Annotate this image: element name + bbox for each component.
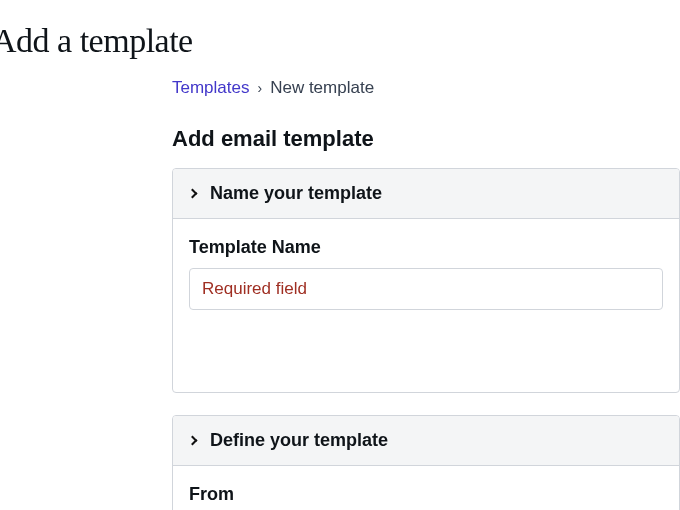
breadcrumb-link-templates[interactable]: Templates (172, 78, 249, 98)
page-title: Add a template (0, 22, 680, 60)
chevron-right-icon: › (257, 80, 262, 96)
card-header-label: Name your template (210, 183, 382, 204)
card-body: From (173, 466, 679, 505)
chevron-right-icon (188, 189, 198, 199)
card-define-template: Define your template From (172, 415, 680, 510)
card-header-label: Define your template (210, 430, 388, 451)
section-title: Add email template (172, 126, 680, 152)
card-header-name-template[interactable]: Name your template (173, 169, 679, 219)
field-label-from: From (189, 484, 663, 505)
template-name-input[interactable] (189, 268, 663, 310)
card-name-template: Name your template Template Name (172, 168, 680, 393)
card-header-define-template[interactable]: Define your template (173, 416, 679, 466)
field-label-template-name: Template Name (189, 237, 663, 258)
card-body: Template Name (173, 219, 679, 392)
breadcrumb-current: New template (270, 78, 374, 98)
breadcrumb: Templates › New template (172, 78, 680, 98)
chevron-right-icon (188, 436, 198, 446)
